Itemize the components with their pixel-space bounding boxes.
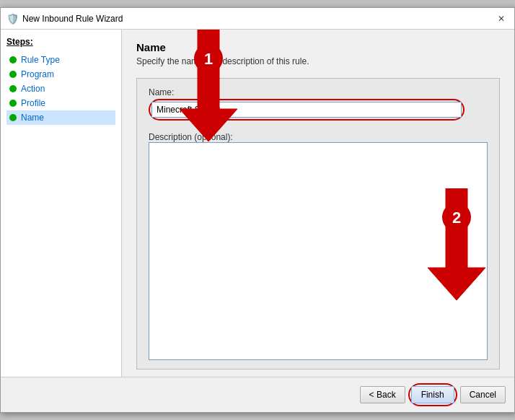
sidebar-item-program[interactable]: Program [6,67,115,82]
window-icon: 🛡️ [6,13,18,25]
sidebar-item-action[interactable]: Action [6,82,115,96]
step-dot [9,56,17,64]
name-input-wrapper [149,99,465,121]
back-button[interactable]: < Back [360,386,405,403]
button-bar: < Back Finish Cancel [1,377,514,412]
name-field-label: Name: [149,87,488,97]
window-title: New Inbound Rule Wizard [22,14,123,24]
content-area: Steps: Rule Type Program Action Profile … [1,30,514,377]
form-section: Name: Description (optional): [136,78,500,369]
steps-label: Steps: [6,37,115,47]
page-subtitle: Specify the name and description of this… [136,56,500,66]
sidebar: Steps: Rule Type Program Action Profile … [1,30,122,377]
sidebar-item-profile[interactable]: Profile [6,96,115,110]
sidebar-item-label: Program [21,69,54,79]
close-button[interactable]: ✕ [494,12,509,26]
step-dot [9,114,17,121]
step-dot [9,100,17,107]
title-bar: 🛡️ New Inbound Rule Wizard ✕ [1,8,514,30]
sidebar-item-label: Name [21,113,44,123]
sidebar-item-rule-type[interactable]: Rule Type [6,53,115,67]
main-panel: Name Specify the name and description of… [122,30,514,377]
sidebar-item-label: Rule Type [21,55,60,65]
finish-button[interactable]: Finish [411,386,454,403]
finish-button-wrapper: Finish [408,383,457,406]
desc-field-label: Description (optional): [149,132,488,142]
step-dot [9,71,17,78]
page-title: Name [136,41,500,53]
description-textarea[interactable] [149,142,488,360]
cancel-button[interactable]: Cancel [460,386,506,403]
sidebar-item-label: Action [21,84,45,94]
title-bar-left: 🛡️ New Inbound Rule Wizard [6,13,123,25]
step-dot [9,85,17,92]
sidebar-item-name[interactable]: Name [6,110,115,125]
dialog-window: 🛡️ New Inbound Rule Wizard ✕ Steps: Rule… [0,7,515,413]
sidebar-item-label: Profile [21,98,45,108]
name-input[interactable] [151,102,462,118]
